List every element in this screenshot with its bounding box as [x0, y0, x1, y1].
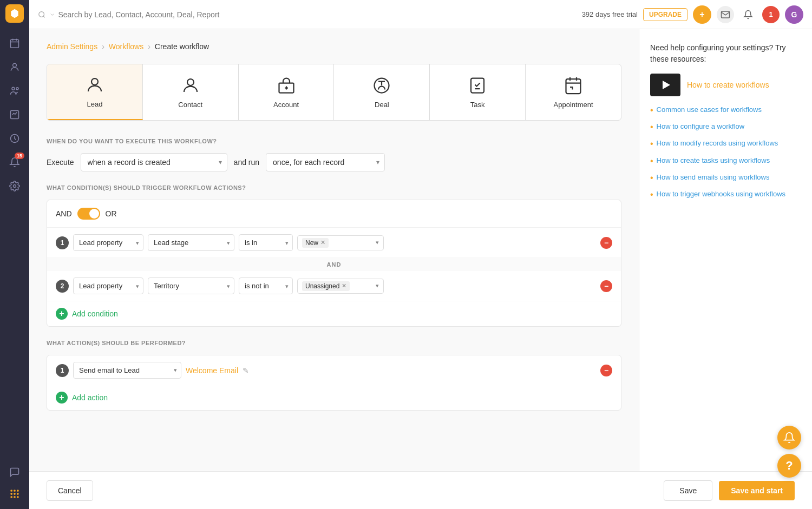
- workflow-type-account[interactable]: Account: [239, 64, 335, 120]
- svg-rect-15: [17, 493, 18, 494]
- workflow-type-deal[interactable]: Deal: [334, 64, 430, 120]
- resource-link-1[interactable]: How to configure a workflow: [657, 122, 745, 131]
- resource-item-5: • How to trigger webhooks using workflow…: [650, 189, 801, 200]
- breadcrumb-sep-1: ›: [102, 42, 104, 51]
- account-icon: [277, 76, 296, 95]
- sidebar-item-contacts[interactable]: [4, 56, 25, 78]
- float-help-btn[interactable]: ?: [777, 454, 801, 471]
- svg-rect-13: [11, 493, 12, 494]
- video-row: How to create workflows: [650, 74, 801, 96]
- tag-dropdown-2[interactable]: ▾: [376, 282, 379, 289]
- breadcrumb-admin-settings[interactable]: Admin Settings: [47, 42, 97, 51]
- svg-rect-7: [11, 111, 19, 119]
- resource-list: • Common use cases for workflows • How t…: [650, 105, 801, 200]
- conditions-title: WHAT CONDITION(S) SHOULD TRIGGER WORKFLO…: [47, 184, 621, 191]
- breadcrumb: Admin Settings › Workflows › Create work…: [47, 42, 621, 51]
- execute-row: Execute when a record is created when a …: [47, 153, 621, 171]
- sidebar-item-settings[interactable]: [4, 175, 25, 197]
- svg-rect-10: [11, 490, 12, 492]
- condition-type-2-wrapper: Lead property: [73, 277, 143, 294]
- save-start-button[interactable]: Save and start: [719, 481, 795, 500]
- tag-dropdown-1[interactable]: ▾: [376, 239, 379, 246]
- topbar: 392 days free trial UPGRADE + 1 G: [29, 0, 812, 29]
- workflow-type-contact[interactable]: Contact: [143, 64, 239, 120]
- remove-condition-2[interactable]: −: [600, 280, 612, 292]
- sidebar-item-notifications[interactable]: 15: [4, 151, 25, 173]
- sidebar-item-chat[interactable]: [4, 461, 25, 483]
- condition-type-1[interactable]: Lead property: [73, 234, 143, 251]
- resource-link-5[interactable]: How to trigger webhooks using workflows: [657, 189, 785, 199]
- condition-number-1: 1: [56, 236, 69, 249]
- add-condition[interactable]: + Add condition: [47, 301, 621, 326]
- search-input[interactable]: [58, 10, 254, 19]
- breadcrumb-workflows[interactable]: Workflows: [109, 42, 143, 51]
- actions-box: 1 Send email to Lead Welcome Email ✎ − +: [47, 355, 621, 411]
- execute-select[interactable]: when a record is created when a record i…: [81, 153, 227, 171]
- resource-link-0[interactable]: Common use cases for workflows: [657, 105, 762, 115]
- mail-button[interactable]: [717, 6, 734, 23]
- bell-button[interactable]: [739, 6, 757, 23]
- svg-point-21: [91, 78, 98, 85]
- workflow-type-task[interactable]: Task: [430, 64, 526, 120]
- condition-type-2[interactable]: Lead property: [73, 277, 143, 294]
- edit-icon-1[interactable]: ✎: [243, 366, 249, 375]
- resource-link-4[interactable]: How to send emails using workflows: [657, 173, 770, 182]
- condition-operator-2-wrapper: is not in is in: [239, 277, 293, 294]
- action-select-1[interactable]: Send email to Lead: [73, 362, 181, 379]
- sidebar-item-deals[interactable]: [4, 128, 25, 149]
- add-condition-label: Add condition: [72, 309, 118, 318]
- right-panel-title: Need help configuring your settings? Try…: [650, 42, 801, 65]
- breadcrumb-sep-2: ›: [148, 42, 150, 51]
- condition-property-2-wrapper: Territory: [148, 277, 234, 294]
- execute-select-wrapper: when a record is created when a record i…: [81, 153, 227, 171]
- upgrade-button[interactable]: UPGRADE: [643, 8, 687, 21]
- condition-property-2[interactable]: Territory: [148, 277, 234, 294]
- conditions-header: AND OR: [47, 200, 621, 228]
- sidebar-logo[interactable]: [5, 4, 24, 23]
- sidebar-item-grid[interactable]: [4, 483, 25, 505]
- workflow-type-lead[interactable]: Lead: [47, 64, 143, 120]
- video-thumbnail[interactable]: [650, 74, 680, 96]
- condition-tag-1-new: New ✕: [302, 238, 329, 248]
- sidebar-item-leads[interactable]: [4, 80, 25, 102]
- svg-line-20: [43, 16, 45, 17]
- deal-icon: [372, 76, 391, 95]
- chevron-down-icon[interactable]: [49, 11, 55, 18]
- lead-icon: [85, 75, 104, 95]
- svg-point-5: [12, 87, 15, 90]
- condition-operator-1[interactable]: is in is not in: [239, 234, 293, 251]
- remove-condition-1[interactable]: −: [600, 237, 612, 249]
- add-action[interactable]: + Add action: [47, 385, 621, 410]
- float-notification-btn[interactable]: [777, 426, 801, 449]
- condition-operator-2[interactable]: is not in is in: [239, 277, 293, 294]
- resource-link-3[interactable]: How to create tasks using workflows: [657, 156, 770, 166]
- actions-title: WHAT ACTION(S) SHOULD BE PERFORMED?: [47, 340, 621, 346]
- run-select-wrapper: once, for each record every time: [266, 153, 385, 171]
- search-bar: [38, 10, 254, 19]
- tag-remove-unassigned[interactable]: ✕: [342, 282, 346, 289]
- run-select[interactable]: once, for each record every time: [266, 153, 385, 171]
- and-or-toggle[interactable]: [77, 208, 100, 220]
- resource-link-2[interactable]: How to modify records using workflows: [657, 138, 778, 148]
- bullet-5: •: [650, 189, 653, 200]
- sidebar-item-calendar[interactable]: [4, 32, 25, 54]
- user-avatar[interactable]: G: [785, 5, 803, 24]
- cancel-button[interactable]: Cancel: [47, 480, 93, 501]
- workflow-type-appointment[interactable]: Appointment: [526, 64, 621, 120]
- save-button[interactable]: Save: [664, 480, 712, 501]
- remove-action-1[interactable]: −: [600, 365, 612, 376]
- bullet-0: •: [650, 105, 653, 115]
- tag-remove-new[interactable]: ✕: [320, 239, 325, 246]
- action-number-1: 1: [56, 364, 69, 377]
- resource-item-0: • Common use cases for workflows: [650, 105, 801, 115]
- notification-count[interactable]: 1: [762, 6, 780, 23]
- action-link-1[interactable]: Welcome Email: [186, 366, 238, 375]
- sidebar-item-reports[interactable]: [4, 104, 25, 125]
- condition-tag-2-unassigned: Unassigned ✕: [302, 281, 350, 291]
- video-link[interactable]: How to create workflows: [687, 81, 769, 89]
- condition-property-1-wrapper: Lead stage: [148, 234, 234, 251]
- add-button[interactable]: +: [693, 5, 711, 24]
- condition-property-1[interactable]: Lead stage: [148, 234, 234, 251]
- main-wrapper: 392 days free trial UPGRADE + 1 G Admin …: [29, 0, 812, 509]
- resource-item-1: • How to configure a workflow: [650, 122, 801, 132]
